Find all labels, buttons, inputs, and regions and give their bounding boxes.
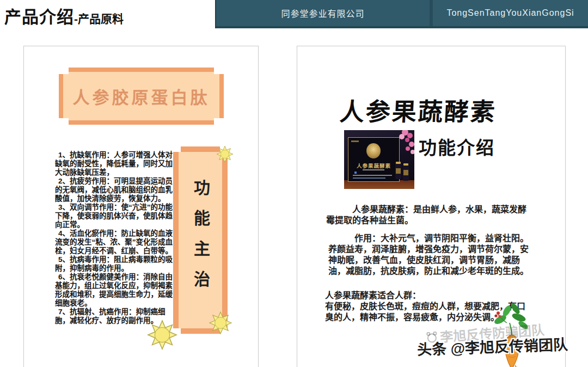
- function-list: 1、抗缺氧作用：人参可增强人体对缺氧的耐受性，降低耗量，同时又加大动脉缺氧压差，…: [55, 151, 176, 325]
- banner-title: 功能主治: [188, 179, 212, 301]
- product1-badge: 人参胶原蛋白肽: [59, 68, 224, 125]
- banner-plaque: 功能主治: [173, 146, 228, 334]
- function-item-5: 5、抗病毒作用：阻止病毒颗粒的吸附，抑制病毒的作用。: [55, 255, 176, 273]
- right-panel: 人参果蔬酵素 人参果蔬酵素 功能介绍: [297, 46, 566, 367]
- function-item-2: 2、抗疲劳作用：可明显提高运动员的无氧阀，减低心肌和脑组织的血乳酸值，加快清除疲…: [55, 177, 176, 203]
- sun-icon: [146, 319, 179, 351]
- box-footer-line: [353, 178, 385, 179]
- box-label: 人参果蔬酵素: [348, 162, 399, 169]
- sun-icon: [216, 145, 234, 163]
- function-item-3: 3、双向调节作用：使“亢进”的功能下降，使衰弱的肌体兴奋，使肌体趋向正常。: [55, 203, 176, 229]
- page-title: 产品介绍-产品原料: [4, 3, 124, 28]
- function-item-1: 1、抗缺氧作用：人参可增强人体对缺氧的耐受性，降低耗量，同时又加大动脉缺氧压差，: [55, 151, 176, 177]
- function-item-4: 4、活血化瘀作用：防止缺氧的血液流变的发生“粘、浓、聚”变化形成血栓，妇女月经不…: [55, 229, 176, 255]
- page-title-main: 产品介绍: [4, 8, 74, 27]
- sun-icon: [208, 310, 233, 335]
- function-item-6: 6、抗衰老悦颜健美作用：消除自由基能力，组止过氧化反应，抑制褐素形成和堆积，提高…: [55, 273, 176, 308]
- calligraphy-title: 人参果蔬酵素: [339, 92, 525, 127]
- header-company-pinyin: TongSenTangYouXianGongSi: [433, 0, 588, 26]
- section-title: 功能介绍: [419, 133, 495, 160]
- intro-paragraph: 人参果蔬酵素：是由鲜人参，水果，蔬菜发酵霉提取的各种益生菌。: [326, 204, 526, 226]
- page: 产品介绍-产品原料 同参堂参业有限公司 TongSenTangYouXianGo…: [0, 0, 588, 367]
- left-panel: 人参胶原蛋白肽 1、抗缺氧作用：人参可增强人体对缺氧的耐受性，降低耗量，同时又加…: [23, 46, 259, 367]
- product-photo: 人参果蔬酵素: [344, 130, 414, 189]
- page-title-sub: -产品原料: [74, 13, 124, 25]
- suitable-title: 人参果蔬酵素适合人群：: [325, 290, 525, 301]
- header-company-cn: 同参堂参业有限公司: [216, 0, 430, 26]
- effects-paragraph: 作用：大补元气，调节阴阳平衡，益肾壮阳。养颜益寿，润泽脏腑，增强免疫力，调节荷尔…: [326, 233, 529, 277]
- flower-icon: [391, 130, 414, 160]
- box-footer-dot: [354, 172, 357, 174]
- product-bottle: [403, 163, 409, 181]
- product1-title: 人参胶原蛋白肽: [73, 84, 210, 108]
- header-company-pinyin-label: TongSenTangYouXianGongSi: [446, 8, 574, 18]
- box-subtitle-bar: [363, 169, 384, 170]
- box-footer-line: [353, 175, 392, 176]
- header-company-cn-label: 同参堂参业有限公司: [281, 7, 364, 20]
- ginseng-emblem-icon: [366, 143, 381, 158]
- product1-badge-inner: 人参胶原蛋白肽: [63, 72, 219, 120]
- header-bar: 同参堂参业有限公司 TongSenTangYouXianGongSi: [216, 0, 588, 28]
- brand-mark: [351, 140, 359, 142]
- product-bottle: [395, 162, 401, 179]
- banner-plaque-inner: 功能主治: [179, 152, 222, 328]
